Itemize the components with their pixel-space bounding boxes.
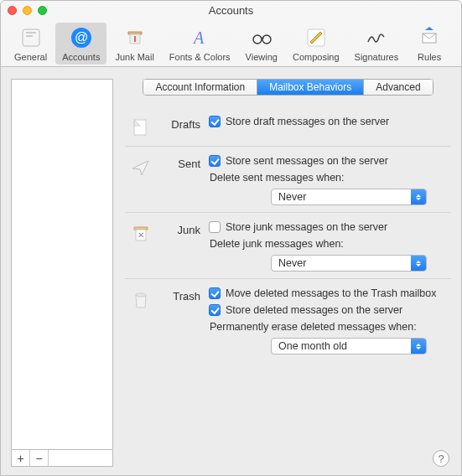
sent-icon [128,155,153,205]
tab-segmented-control: Account Information Mailbox Behaviors Ad… [143,79,433,96]
trash-move-label: Move deleted messages to the Trash mailb… [226,287,437,299]
trash-icon [128,287,153,354]
toolbar: General @ Accounts Junk Mail A Fonts & C… [1,19,461,67]
drafts-store-checkbox[interactable] [209,116,221,127]
section-junk: ✕ Junk Store junk messages on the server… [125,216,451,279]
trash-store-label: Store deleted messages on the server [226,304,402,316]
trash-move-checkbox[interactable] [209,287,221,299]
accounts-sidebar: + − [11,79,113,467]
select-arrows-icon [411,339,426,354]
svg-rect-1 [26,32,36,34]
select-arrows-icon [411,189,426,204]
svg-text:A: A [192,28,205,47]
content-pane: Account Information Mailbox Behaviors Ad… [125,79,451,467]
svg-point-13 [136,293,146,297]
trash-erase-select[interactable]: One month old [271,338,427,354]
accounts-list[interactable] [11,79,113,450]
sent-delete-value: Never [278,191,306,203]
sent-delete-hint: Delete sent messages when: [210,172,448,184]
trash-erase-value: One month old [278,340,347,352]
trash-title: Trash [162,287,200,354]
tab-mailbox-behaviors[interactable]: Mailbox Behaviors [257,80,364,95]
sent-store-checkbox[interactable] [209,155,221,167]
drafts-icon [128,116,153,139]
accounts-icon: @ [69,25,94,50]
svg-point-8 [262,35,271,44]
trash-erase-hint: Permanently erase deleted messages when: [210,321,448,333]
junk-delete-value: Never [278,257,306,269]
composing-icon [304,25,329,50]
remove-account-button[interactable]: − [30,450,49,466]
general-icon [18,25,44,50]
junk-store-label: Store junk messages on the server [226,221,387,233]
sent-title: Sent [162,155,200,205]
trash-store-checkbox[interactable] [209,304,221,316]
section-sent: Sent Store sent messages on the server D… [125,150,451,213]
sent-delete-select[interactable]: Never [271,189,427,205]
tab-account-information[interactable]: Account Information [143,80,257,95]
toolbar-general[interactable]: General [8,23,54,65]
signatures-icon [364,25,389,50]
tab-advanced[interactable]: Advanced [364,80,432,95]
toolbar-viewing[interactable]: Viewing [239,23,284,65]
toolbar-rules[interactable]: Rules [407,23,452,65]
toolbar-junk-mail[interactable]: Junk Mail [108,23,160,65]
drafts-store-label: Store draft messages on the server [226,116,389,127]
junk-icon: ✕ [128,221,153,272]
sent-store-label: Store sent messages on the server [226,155,388,167]
section-trash: Trash Move deleted messages to the Trash… [125,282,451,361]
window-title: Accounts [1,4,461,17]
toolbar-accounts[interactable]: @ Accounts [55,23,106,65]
drafts-title: Drafts [162,116,200,139]
help-button[interactable]: ? [433,450,449,467]
junk-delete-hint: Delete junk messages when: [210,238,448,250]
titlebar: Accounts [1,1,461,19]
toolbar-composing[interactable]: Composing [286,23,346,65]
section-drafts: Drafts Store draft messages on the serve… [125,111,451,147]
junk-mail-icon [122,25,148,50]
svg-point-7 [253,35,262,44]
select-arrows-icon [411,256,426,271]
toolbar-signatures[interactable]: Signatures [348,23,406,65]
preferences-window: Accounts General @ Accounts Junk Mail A … [0,0,462,476]
toolbar-fonts-colors[interactable]: A Fonts & Colors [163,23,237,65]
add-account-button[interactable]: + [12,450,30,466]
viewing-icon [249,25,274,50]
rules-icon [417,25,442,50]
svg-rect-2 [26,35,33,37]
fonts-colors-icon: A [187,25,212,50]
junk-title: Junk [162,221,200,272]
junk-delete-select[interactable]: Never [271,255,427,272]
svg-text:@: @ [75,30,88,44]
junk-store-checkbox[interactable] [209,221,221,233]
svg-text:✕: ✕ [138,230,144,240]
